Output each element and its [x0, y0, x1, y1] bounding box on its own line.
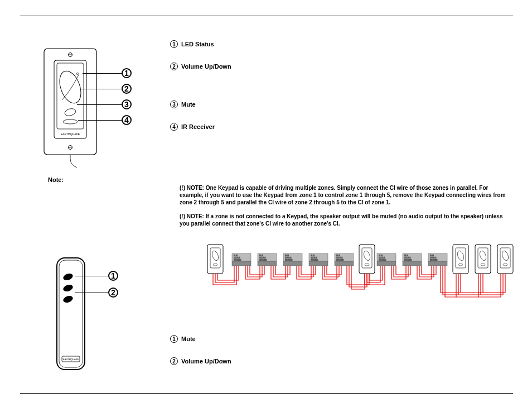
- notes-block: (!) NOTE: One Keypad is capable of drivi…: [180, 184, 509, 234]
- svg-text:GROUND: GROUND: [259, 259, 267, 261]
- svg-rect-26: [283, 261, 302, 266]
- remote-legend: 1 Mute 2 Volume Up/Down: [170, 335, 231, 380]
- legend-label-ir: IR Receiver: [181, 123, 215, 130]
- svg-text:GROUND: GROUND: [379, 259, 386, 261]
- svg-text:GROUND: GROUND: [404, 259, 412, 261]
- svg-point-61: [456, 250, 465, 261]
- remote-legend-num-1: 1: [170, 335, 178, 343]
- svg-point-7: [56, 68, 85, 106]
- legend-label-volume: Volume Up/Down: [181, 63, 231, 70]
- svg-rect-60: [456, 248, 466, 268]
- svg-point-65: [478, 250, 487, 261]
- legend-num-2: 2: [170, 63, 178, 70]
- keypad-diagram: EARTHQUAKE 1 2 3 4: [43, 48, 108, 173]
- svg-point-74: [62, 284, 74, 293]
- wiring-diagram: IR INSTATUSGROUND IR INSTATUSGROUND IR I…: [206, 243, 519, 324]
- svg-rect-12: [210, 248, 220, 268]
- svg-rect-63: [475, 245, 491, 274]
- svg-point-69: [501, 250, 510, 261]
- legend-num-4: 4: [170, 123, 178, 131]
- svg-point-14: [213, 264, 217, 266]
- svg-point-73: [62, 272, 74, 281]
- svg-rect-46: [403, 261, 422, 266]
- svg-point-57: [362, 250, 371, 261]
- svg-rect-67: [497, 245, 513, 274]
- svg-text:GROUND: GROUND: [336, 259, 344, 261]
- callout-num-2: 2: [122, 84, 132, 94]
- legend-num-1: 1: [170, 40, 178, 48]
- svg-rect-68: [500, 248, 510, 268]
- svg-rect-21: [258, 261, 277, 266]
- svg-point-13: [211, 250, 220, 261]
- note-paragraph-1: (!) NOTE: One Keypad is capable of drivi…: [180, 184, 509, 206]
- svg-rect-16: [232, 261, 251, 266]
- callout-num-3: 3: [122, 99, 132, 109]
- remote-callout-1: 1: [108, 271, 118, 281]
- svg-rect-64: [478, 248, 488, 268]
- svg-rect-31: [309, 261, 328, 266]
- svg-point-9: [76, 73, 79, 75]
- svg-rect-51: [428, 261, 447, 266]
- svg-rect-36: [335, 261, 354, 266]
- svg-point-75: [62, 295, 74, 304]
- svg-text:GROUND: GROUND: [311, 259, 318, 261]
- legend-num-3: 3: [170, 100, 178, 108]
- svg-point-58: [365, 264, 369, 266]
- note-label: Note:: [48, 176, 64, 183]
- top-rule: [20, 16, 513, 16]
- remote-legend-num-2: 2: [170, 357, 178, 365]
- legend-label-mute: Mute: [181, 101, 196, 108]
- svg-text:GROUND: GROUND: [234, 259, 241, 261]
- remote-brand-text: EARTHQUAKE: [63, 358, 79, 361]
- svg-rect-55: [359, 245, 375, 274]
- svg-text:GROUND: GROUND: [285, 259, 293, 261]
- svg-point-66: [481, 264, 485, 266]
- svg-rect-59: [453, 245, 468, 274]
- svg-rect-56: [362, 248, 372, 268]
- remote-callout-2: 2: [108, 288, 118, 298]
- remote-legend-label-mute: Mute: [181, 336, 196, 342]
- remote-legend-label-volume: Volume Up/Down: [181, 358, 231, 365]
- callout-num-4: 4: [122, 115, 132, 125]
- svg-point-8: [64, 108, 76, 117]
- svg-text:GROUND: GROUND: [430, 259, 438, 261]
- bottom-rule: [20, 393, 513, 394]
- svg-rect-41: [377, 261, 396, 266]
- callout-num-1: 1: [122, 68, 132, 78]
- keypad-brand-text: EARTHQUAKE: [61, 132, 80, 136]
- svg-rect-11: [207, 245, 223, 274]
- svg-point-10: [63, 119, 78, 124]
- legend-label-led: LED Status: [181, 41, 214, 47]
- svg-point-70: [503, 264, 507, 266]
- svg-rect-2: [57, 63, 84, 129]
- svg-point-62: [458, 264, 463, 266]
- keypad-legend: 1 LED Status 2 Volume Up/Down 3 Mute 4 I…: [170, 40, 231, 145]
- note-paragraph-2: (!) NOTE: If a zone is not connected to …: [180, 213, 509, 227]
- remote-diagram: EARTHQUAKE 1 2: [56, 257, 89, 376]
